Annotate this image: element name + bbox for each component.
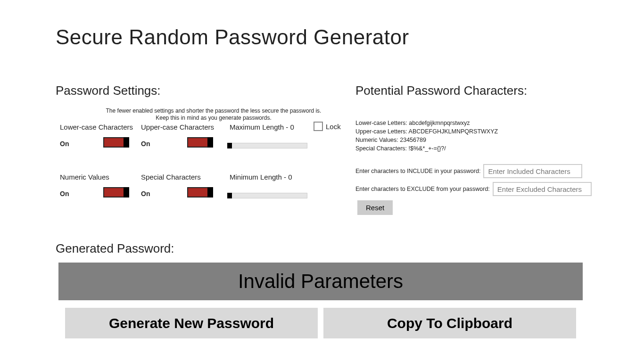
lowercase-value: On [60, 140, 69, 148]
potential-lowercase: Lower-case Letters: abcdefgijkmnpqrstwxy… [355, 119, 498, 127]
settings-help-text: The fewer enabled settings and shorter t… [103, 107, 324, 122]
max-length-label: Maximum Length - 0 [230, 123, 294, 131]
include-label: Enter characters to INCLUDE in your pass… [355, 168, 480, 174]
min-length-label: Minimum Length - 0 [230, 173, 292, 181]
slider-thumb [227, 143, 232, 148]
uppercase-value: On [141, 140, 150, 148]
include-input[interactable] [483, 164, 582, 178]
special-label: Special Characters [141, 173, 201, 181]
lowercase-label: Lower-case Characters [60, 123, 133, 131]
slider-thumb [227, 193, 232, 198]
settings-help-line1: The fewer enabled settings and shorter t… [103, 107, 324, 115]
uppercase-toggle[interactable] [187, 137, 213, 148]
potential-uppercase: Upper-case Letters: ABCDEFGHJKLMNPQRSTWX… [355, 127, 498, 136]
numeric-label: Numeric Values [60, 173, 109, 181]
lock-label: Lock [326, 123, 341, 131]
min-length-slider[interactable] [227, 193, 307, 198]
potential-special: Special Characters: !$%&*_+-={}?/ [355, 144, 498, 153]
generate-password-button[interactable]: Generate New Password [65, 308, 318, 338]
numeric-value: On [60, 190, 69, 197]
potential-characters-heading: Potential Password Characters: [355, 83, 527, 98]
password-settings-heading: Password Settings: [56, 83, 161, 98]
uppercase-label: Upper-case Characters [141, 123, 214, 131]
exclude-input[interactable] [493, 182, 592, 196]
toggle-thumb [207, 137, 213, 148]
settings-help-line2: Keep this in mind as you generate passwo… [103, 115, 324, 122]
app-title: Secure Random Password Generator [56, 25, 409, 49]
special-value: On [141, 190, 150, 197]
reset-button[interactable]: Reset [357, 200, 393, 215]
potential-characters-list: Lower-case Letters: abcdefgijkmnpqrstwxy… [355, 119, 498, 153]
checkbox-box-icon [314, 122, 323, 131]
toggle-thumb [124, 137, 129, 148]
copy-clipboard-button[interactable]: Copy To Clipboard [323, 308, 576, 338]
potential-numeric: Numeric Values: 23456789 [355, 136, 498, 144]
numeric-toggle[interactable] [103, 187, 129, 197]
exclude-row: Enter characters to EXCLUDE from your pa… [355, 182, 592, 196]
exclude-label: Enter characters to EXCLUDE from your pa… [355, 186, 490, 192]
lock-checkbox[interactable]: Lock [314, 122, 341, 131]
generated-password-output: Invalid Parameters [58, 263, 583, 300]
include-row: Enter characters to INCLUDE in your pass… [355, 164, 582, 178]
toggle-thumb [207, 187, 213, 197]
lowercase-toggle[interactable] [103, 137, 129, 148]
generated-password-heading: Generated Password: [56, 241, 174, 256]
special-toggle[interactable] [187, 187, 213, 197]
max-length-slider[interactable] [227, 143, 307, 148]
toggle-thumb [124, 187, 129, 197]
